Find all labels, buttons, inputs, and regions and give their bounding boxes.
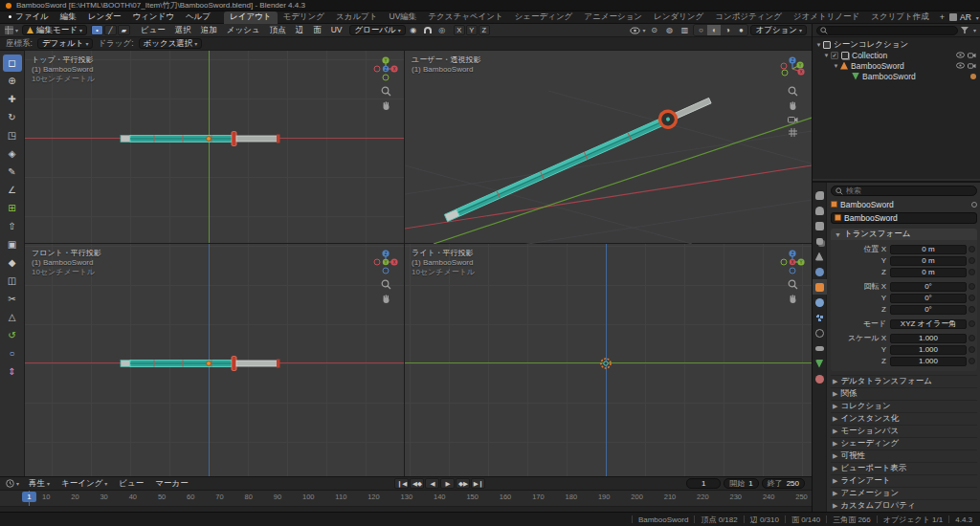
add-workspace-button[interactable]: + [935, 12, 949, 22]
add-cube-tool[interactable]: ⊞ [3, 200, 22, 217]
overlays-toggle-button[interactable]: ◍ [662, 25, 676, 36]
hide-viewport-icon[interactable] [956, 62, 965, 69]
properties-section-header[interactable]: ▶ デルタトランスフォーム [831, 375, 977, 387]
transform-row-value[interactable]: 0 m [890, 245, 967, 254]
transform-panel-header[interactable]: ▼ トランスフォーム [831, 229, 977, 240]
show-object-types-button[interactable]: ▾ [630, 25, 645, 36]
workspace-tab[interactable]: スクリプト作成 [865, 11, 935, 24]
mirror-axis-button[interactable]: Z [479, 25, 490, 35]
select-box-tool[interactable]: ◻ [3, 55, 22, 72]
object-name-field[interactable]: BambooSword [831, 212, 977, 224]
animate-decorator-icon[interactable] [969, 283, 975, 290]
extrude-region-tool[interactable]: ⇧ [3, 218, 22, 235]
animate-decorator-icon[interactable] [969, 358, 975, 364]
bamboo-sword-mesh[interactable] [25, 244, 405, 476]
cursor-tool[interactable]: ⊕ [3, 73, 22, 90]
transform-row-value[interactable]: 1.000 [890, 357, 967, 366]
mirror-axis-button[interactable]: Y [466, 25, 478, 35]
navigation-gizmo[interactable]: Z Y X [779, 55, 806, 82]
properties-search[interactable] [831, 186, 977, 196]
workspace-tab[interactable]: ジオメトリノード [788, 11, 865, 24]
properties-tab-tool[interactable] [813, 187, 827, 203]
editor-type-button[interactable]: ▾ [2, 26, 21, 34]
animate-decorator-icon[interactable] [969, 246, 975, 252]
menubar-menu-item[interactable]: ウィンドウ [126, 11, 180, 23]
properties-tab-constraints[interactable] [813, 340, 827, 356]
workspace-tab[interactable]: UV編集 [384, 11, 423, 24]
pin-icon[interactable] [971, 202, 977, 208]
properties-tab-world[interactable] [813, 264, 827, 279]
animate-decorator-icon[interactable] [969, 335, 975, 341]
workspace-tab[interactable]: コンポジティング [709, 11, 788, 24]
properties-section-header[interactable]: ▶ モーションパス [831, 425, 977, 437]
workspace-tab[interactable]: スカルプト [330, 11, 384, 24]
next-keyframe-button[interactable]: ◆▶ [456, 478, 470, 489]
animate-decorator-icon[interactable] [969, 306, 975, 313]
timeline-editor-type-button[interactable]: ▾ [3, 479, 22, 488]
drag-mode-dropdown[interactable]: ボックス選択▾ [139, 38, 203, 49]
viewport-menu-item[interactable]: 辺 [291, 25, 309, 36]
expand-icon[interactable]: ▼ [814, 42, 823, 48]
transform-row-value[interactable]: 1.000 [890, 345, 967, 355]
pan-hand-icon[interactable] [788, 100, 798, 111]
annotate-tool[interactable]: ✎ [3, 164, 22, 181]
pan-hand-icon[interactable] [381, 100, 391, 111]
frame-end-field[interactable]: 終了250 [762, 478, 805, 489]
hide-viewport-icon[interactable] [956, 52, 965, 58]
transform-tool[interactable]: ◈ [3, 145, 22, 163]
workspace-tab[interactable]: アニメーション [578, 11, 648, 24]
properties-tab-object[interactable] [813, 279, 827, 295]
play-reverse-button[interactable]: ◀ [425, 478, 439, 489]
animate-decorator-icon[interactable] [969, 346, 975, 353]
properties-tab-material[interactable] [813, 371, 827, 386]
camera-view-icon[interactable] [788, 115, 798, 123]
outliner-row-object[interactable]: ▼ BambooSword [813, 60, 980, 71]
viewport-menu-item[interactable]: メッシュ [222, 25, 265, 36]
viewport-front[interactable]: フロント・平行投影 (1) BambooSword 10センチメートル Z X … [25, 244, 405, 476]
navigation-gizmo[interactable]: Y X Z [372, 55, 399, 82]
bevel-tool[interactable]: ◆ [3, 254, 22, 272]
toggle-grid-icon[interactable] [788, 127, 798, 138]
properties-section-header[interactable]: ▶ ラインアート [831, 474, 977, 487]
inset-faces-tool[interactable]: ▣ [3, 236, 22, 253]
breadcrumb-object-name[interactable]: BambooSword [840, 200, 894, 209]
poly-build-tool[interactable]: △ [3, 309, 22, 326]
properties-tab-view-layer[interactable] [813, 233, 827, 249]
outliner-search-input[interactable] [816, 26, 958, 35]
shading-solid-button[interactable]: ◐ [707, 25, 721, 35]
scale-tool[interactable]: ◳ [3, 127, 22, 144]
collection-checkbox[interactable]: ✓ [831, 52, 838, 59]
navigation-gizmo[interactable]: Z Y X [779, 249, 806, 275]
transform-row-value[interactable]: 0° [890, 282, 967, 292]
animate-decorator-icon[interactable] [969, 295, 975, 301]
animate-decorator-icon[interactable] [969, 269, 975, 275]
viewport-menu-item[interactable]: 追加 [196, 25, 222, 36]
edge-select-mode-button[interactable]: ╱ [104, 25, 117, 35]
workspace-tab[interactable]: テクスチャペイント [422, 11, 508, 24]
viewport-right[interactable]: ライト・平行投影 (1) BambooSword 10センチメートル Z Y X [405, 244, 812, 476]
bamboo-sword-mesh[interactable] [443, 93, 714, 225]
timeline-menu-item[interactable]: キーイング▾ [56, 478, 113, 490]
bamboo-sword-mesh-end-view[interactable] [405, 244, 812, 476]
coord-system-dropdown[interactable]: デフォルト▾ [37, 38, 94, 49]
workspace-tab[interactable]: レイアウト [224, 11, 278, 24]
mode-selector[interactable]: 編集モード▾ [22, 25, 87, 35]
timeline-ruler[interactable]: 1020304050607080901001101201301401501601… [0, 491, 812, 512]
viewport-menu-item[interactable]: 頂点 [265, 25, 291, 36]
animate-decorator-icon[interactable] [969, 257, 975, 264]
disable-render-icon[interactable] [968, 62, 976, 69]
properties-section-header[interactable]: ▶ 可視性 [831, 449, 977, 462]
smooth-tool[interactable]: ○ [3, 345, 22, 362]
face-select-mode-button[interactable]: ▰ [118, 25, 130, 35]
menubar-menu-item[interactable]: ヘルプ [180, 11, 216, 23]
menubar-menu-item[interactable]: ファイル [10, 11, 55, 23]
workspace-tab[interactable]: シェーディング [509, 11, 579, 24]
edge-slide-tool[interactable]: ⇕ [3, 363, 22, 381]
transform-row-value[interactable]: 0 m [890, 256, 967, 266]
properties-tab-output[interactable] [813, 218, 827, 233]
scene-stats-badge[interactable]: AR▾ [949, 12, 979, 22]
workspace-tab[interactable]: レンダリング [648, 11, 709, 24]
transform-row-value[interactable]: 0 m [890, 268, 967, 277]
transform-row-value[interactable]: 0° [890, 294, 967, 303]
mirror-axis-button[interactable]: X [454, 25, 465, 35]
